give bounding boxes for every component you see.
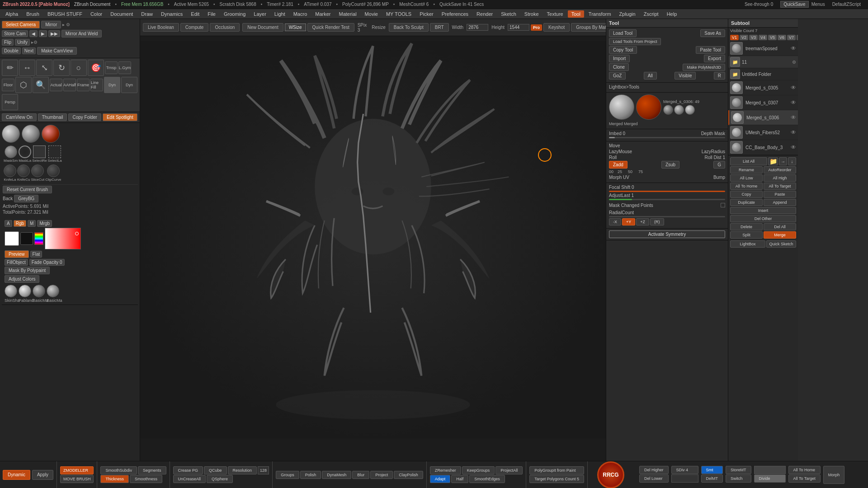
adjust-colors-button[interactable]: Adjust Colors	[5, 275, 39, 283]
adapt-button[interactable]: Adapt	[430, 475, 451, 483]
subtool-cc-base-body[interactable]: CC_Base_Body_3 👁	[728, 140, 798, 155]
mat-pabland-button[interactable]	[19, 285, 31, 297]
copy-folder-button[interactable]: Copy Folder	[68, 113, 101, 121]
fill-object-button[interactable]: FillObject	[5, 259, 28, 266]
v7-badge[interactable]: V7	[787, 35, 796, 40]
primary-color-swatch[interactable]	[5, 231, 19, 246]
subtool-merged-0306[interactable]: Merged_s_0306 👁	[728, 110, 798, 125]
smoothness-button[interactable]: Smoothness	[130, 475, 162, 483]
merge-button[interactable]: Merge	[764, 231, 796, 239]
menu-item-stroke[interactable]: Stroke	[521, 10, 542, 18]
small-brush-3[interactable]	[685, 105, 695, 115]
width-input[interactable]	[467, 24, 488, 31]
subtool-untitled-folder[interactable]: 📁 Untitled Folder	[728, 68, 798, 80]
polygroup-from-paint-button[interactable]: PolyGroupIt from Paint	[529, 466, 584, 474]
import-button[interactable]: Import	[609, 55, 630, 62]
menus-label[interactable]: Menus	[811, 2, 825, 7]
menu-item-zplugin[interactable]: Zplugin	[616, 10, 639, 18]
v4-badge[interactable]: V4	[759, 35, 767, 40]
menu-item-light[interactable]: Light	[271, 10, 289, 18]
prev-cam-button[interactable]: ◀	[29, 30, 38, 37]
morph-button[interactable]: Morph	[823, 466, 845, 484]
knife-curve-button[interactable]: KnifeCu	[17, 164, 30, 182]
del-other-button[interactable]: Del Other	[730, 215, 796, 222]
menu-item-picker[interactable]: Picker	[416, 10, 437, 18]
switch-button[interactable]: Switch	[726, 474, 751, 483]
segments-button[interactable]: Segments	[138, 466, 166, 474]
reset-brush-button[interactable]: Reset Current Brush	[3, 186, 52, 193]
occlusion-button[interactable]: Occlusion	[210, 23, 240, 32]
insert-button[interactable]: Insert	[730, 207, 796, 214]
rgb-button[interactable]: Rgb	[14, 220, 26, 227]
v2-badge[interactable]: V2	[740, 35, 748, 40]
move-mode-button[interactable]: ↔	[19, 60, 35, 76]
v5-badge[interactable]: V5	[768, 35, 777, 40]
select-lasso-button[interactable]: SelectLa	[48, 145, 62, 163]
blur-button[interactable]: Blur	[352, 471, 369, 479]
flip-button[interactable]: Flip	[2, 39, 14, 46]
g-button[interactable]: G	[713, 161, 725, 169]
v3-badge[interactable]: V3	[749, 35, 758, 40]
all-high-button[interactable]: All High	[764, 174, 796, 182]
aahalf-button[interactable]: AAHalf	[63, 79, 76, 91]
radial-btn[interactable]: (R)	[650, 218, 664, 225]
mat-basic2-button[interactable]	[47, 285, 59, 297]
split-button[interactable]: Split	[730, 231, 763, 239]
z-pos-button[interactable]: +Z	[636, 218, 649, 225]
frame-button[interactable]: Frame	[77, 79, 90, 91]
a-button[interactable]: A	[5, 220, 12, 227]
move-brush-button[interactable]: MOVE BRUSH	[60, 475, 94, 483]
rename-button[interactable]: Rename	[730, 166, 763, 174]
draw-mode-button[interactable]: ✏	[2, 60, 18, 76]
viewport-area[interactable]: Live Boolean Compute Occlusion New Docum…	[140, 19, 606, 461]
subtool-merged-0305[interactable]: Merged_s_0305 👁	[728, 80, 798, 95]
lightbox-button[interactable]: LightBox	[730, 240, 765, 248]
all-low-button[interactable]: All Low	[730, 174, 763, 182]
menu-item-dynamics[interactable]: Dynamics	[157, 10, 186, 18]
copy-button[interactable]: Copy	[730, 191, 763, 198]
menu-item-sketch[interactable]: Sketch	[497, 10, 520, 18]
menu-item-texture[interactable]: Texture	[543, 10, 567, 18]
mask-smooth-button[interactable]: MaskSm	[4, 145, 18, 163]
m-button[interactable]: M	[28, 220, 36, 227]
quick-render-test-button[interactable]: Quick Render Test	[307, 23, 354, 32]
menu-item-draw[interactable]: Draw	[137, 10, 156, 18]
menu-item-help[interactable]: Help	[663, 10, 681, 18]
load-from-project-button[interactable]: Load Tools From Project	[609, 38, 661, 45]
mrgb-button[interactable]: Mrgb	[37, 220, 52, 227]
mask-changed-toggle[interactable]: □	[721, 201, 725, 209]
r-button[interactable]: R	[714, 72, 725, 80]
actual-button[interactable]: Actual	[50, 79, 62, 91]
v1-badge[interactable]: V1	[730, 35, 739, 40]
all-to-home-bottom-button[interactable]: All To Home	[788, 466, 821, 474]
uncreaseall-button[interactable]: UnCreaseAll	[173, 475, 206, 483]
save-as-button[interactable]: Save As	[700, 29, 725, 37]
export-button[interactable]: Export	[704, 55, 725, 62]
menu-item-brush-stuff[interactable]: BRUSH STUFF	[44, 10, 86, 18]
qcube-button[interactable]: QCube	[204, 466, 227, 474]
small-brush-1[interactable]	[663, 105, 673, 115]
camview-on-button[interactable]: CamView On	[2, 113, 37, 121]
new-folder-button[interactable]: 📁	[768, 157, 778, 165]
apply-button[interactable]: Apply	[32, 470, 53, 480]
double-button[interactable]: Double	[2, 47, 21, 54]
sdiv4-button[interactable]: SDiv 4	[671, 466, 698, 474]
rotate-mode-button[interactable]: ↻	[53, 60, 70, 76]
zremesher-button[interactable]: ZRemesher	[430, 466, 461, 474]
all-to-target-bottom-button[interactable]: All To Target	[788, 474, 821, 483]
divide-button[interactable]: Divide	[754, 474, 786, 483]
target-polygons-button[interactable]: Target Polygons Count 5	[529, 475, 584, 483]
menu-item-material[interactable]: Material	[335, 10, 360, 18]
menu-item-tool[interactable]: Tool	[568, 10, 584, 18]
next-button[interactable]: Next	[22, 47, 36, 54]
zoom-button[interactable]: 🔍	[33, 77, 49, 93]
default-script[interactable]: DefaultZScript	[832, 2, 861, 7]
small-brush-2[interactable]	[674, 105, 684, 115]
menu-item-render[interactable]: Render	[473, 10, 496, 18]
store-mt-button[interactable]: StoreMT	[726, 466, 751, 474]
eye-body[interactable]: 👁	[791, 144, 796, 150]
project-button[interactable]: Project	[370, 471, 393, 479]
keyshot-button[interactable]: Keyshot	[543, 23, 570, 32]
menu-item-color[interactable]: Color	[87, 10, 106, 18]
menu-item-layer[interactable]: Layer	[250, 10, 270, 18]
